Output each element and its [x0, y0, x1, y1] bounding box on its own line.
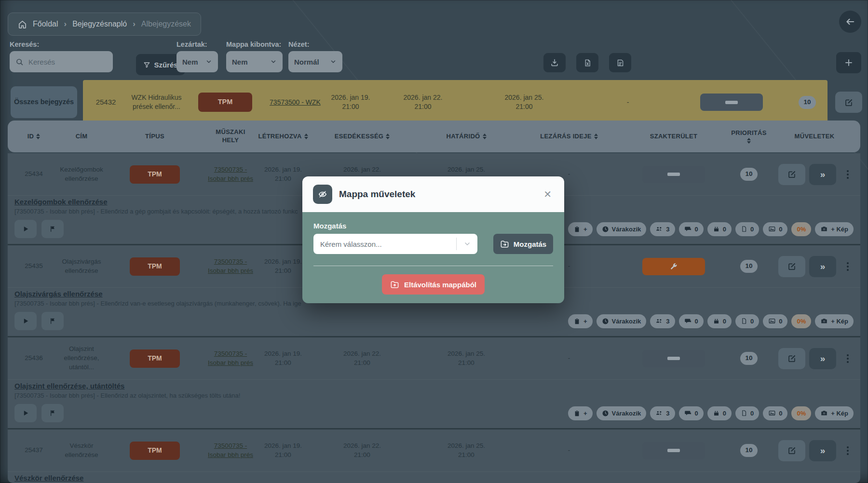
folder-operations-modal: Mappa műveletek ✕ Mozgatás Kérem válassz…	[302, 176, 564, 303]
close-icon[interactable]: ✕	[542, 188, 554, 201]
modal-title: Mappa műveletek	[339, 189, 535, 200]
modal-body: Mozgatás Kérem válasszon... Mozgatás	[302, 212, 564, 303]
remove-button-label: Eltávolítás mappából	[404, 281, 476, 289]
move-button[interactable]: Mozgatás	[493, 234, 553, 254]
albejegyzesek-page: Főoldal › Bejegyzésnapló › Albejegyzések…	[0, 0, 868, 483]
chevron-down-icon	[456, 238, 477, 250]
remove-from-folder-button[interactable]: Eltávolítás mappából	[382, 274, 485, 295]
folder-remove-icon	[390, 280, 399, 289]
folder-move-icon	[500, 240, 509, 249]
modal-header: Mappa műveletek ✕	[302, 176, 564, 212]
modal-divider	[313, 266, 553, 266]
folder-select-placeholder: Kérem válasszon...	[320, 240, 456, 248]
move-field-label: Mozgatás	[313, 222, 553, 230]
folder-select[interactable]: Kérem válasszon...	[313, 234, 477, 254]
move-button-label: Mozgatás	[514, 240, 546, 248]
eye-off-icon	[313, 185, 332, 204]
